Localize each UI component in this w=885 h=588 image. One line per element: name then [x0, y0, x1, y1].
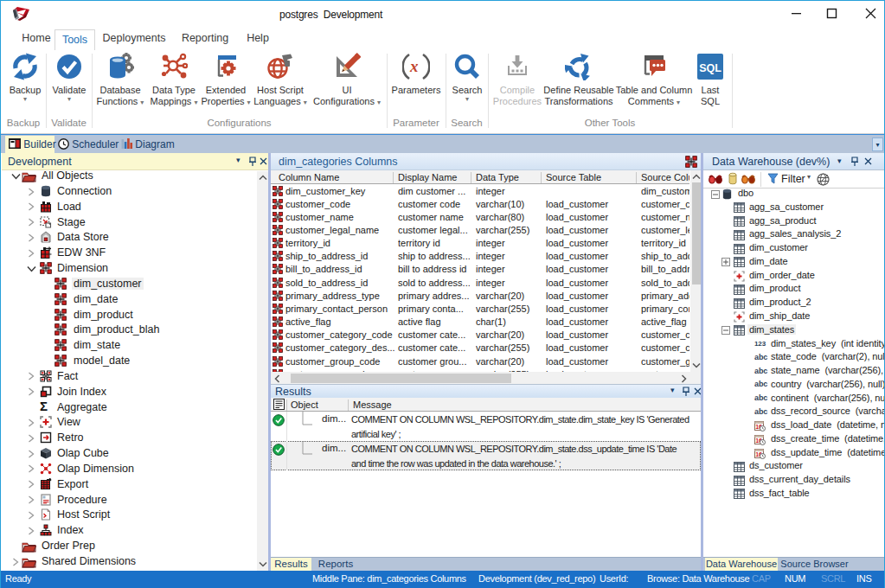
svg-text:x: x [409, 57, 419, 75]
svg-text:SQL: SQL [699, 62, 721, 74]
